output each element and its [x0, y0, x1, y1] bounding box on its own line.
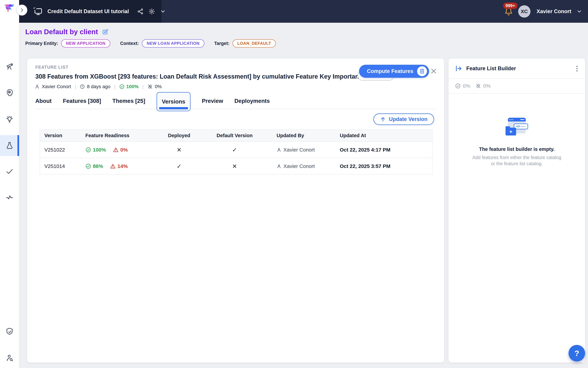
sidebar-item-experiments[interactable]	[0, 135, 19, 156]
chevron-right-icon	[19, 8, 24, 13]
feature-list-tabs: AboutFeatures [308]Themes [25]VersionsPr…	[35, 93, 436, 109]
feature-readiness-cell: 86%14%	[81, 163, 161, 169]
version-table-row[interactable]: V25101486%14%✓✕Xavier ConortOct 22, 2025…	[40, 158, 432, 174]
close-panel-icon[interactable]	[430, 67, 437, 75]
sidebar-collapse-button[interactable]	[16, 5, 27, 16]
updated-by-cell: Xavier Conort	[272, 163, 335, 169]
link-slash-icon	[475, 83, 481, 89]
lightbulb-icon	[5, 115, 14, 123]
tab-deployments[interactable]: Deployments	[234, 93, 270, 109]
tab-features-308[interactable]: Features [308]	[63, 93, 101, 109]
edit-pencil-icon[interactable]	[102, 28, 109, 35]
builder-offline-pct: 0%	[483, 83, 490, 89]
help-button[interactable]: ?	[569, 345, 585, 361]
column-header: Updated By	[272, 133, 335, 138]
monitor-icon	[34, 7, 43, 16]
column-header: Deployed	[161, 133, 197, 138]
version-cell: V251014	[40, 163, 81, 169]
feature-readiness-cell: 100%0%	[81, 147, 161, 153]
tab-preview[interactable]: Preview	[202, 93, 223, 109]
entity-badge-group: Context:NEW LOAN APPLICATION	[120, 39, 204, 47]
sidebar-item-knowledge[interactable]	[0, 82, 19, 103]
panel-eyebrow: FEATURE LIST	[35, 65, 69, 70]
sidebar-item-governance[interactable]	[0, 321, 19, 342]
builder-empty-title: The feature list builder is empty.	[455, 147, 578, 152]
activity-icon	[5, 193, 14, 202]
entity-badge-group: Primary Entity:NEW APPLICATION	[25, 39, 110, 47]
warning-triangle-icon	[113, 147, 119, 153]
column-header: Version	[40, 133, 81, 138]
default-version-cell: ✓	[197, 147, 272, 153]
app-root: Credit Default Dataset UI tutorial 999+ …	[0, 0, 588, 368]
project-switcher[interactable]: Credit Default Dataset UI tutorial	[19, 0, 161, 23]
feature-list-meta: Xavier Conort | 8 days ago | 100% | 0%	[35, 84, 162, 89]
builder-empty-subtitle: Add features from either the feature cat…	[455, 155, 578, 167]
entity-label: Primary Entity:	[25, 41, 58, 46]
arrow-up-icon	[380, 116, 386, 122]
entity-badges-row: Primary Entity:NEW APPLICATIONContext:NE…	[25, 39, 276, 47]
entity-pill[interactable]: NEW APPLICATION	[61, 39, 110, 47]
sidebar-nav	[0, 23, 19, 368]
feature-list-readiness-pct: 100%	[126, 84, 139, 89]
warning-triangle-icon	[110, 163, 116, 169]
project-check-badge-icon	[32, 6, 36, 10]
page-title: Loan Default by client	[25, 28, 98, 36]
column-header: Default Version	[197, 133, 272, 138]
compute-features-button[interactable]: Compute Features	[359, 65, 429, 78]
version-cell: V251022	[40, 147, 81, 153]
telescope-icon	[5, 62, 14, 71]
feature-list-panel: FEATURE LIST 308 Features from XGBoost […	[27, 59, 444, 363]
sidebar-item-user-search[interactable]	[0, 347, 19, 368]
sidebar-item-explore[interactable]	[0, 56, 19, 77]
x-icon: ✕	[232, 163, 237, 170]
person-icon	[276, 164, 281, 169]
shield-check-icon	[5, 327, 14, 335]
builder-empty-state: </>—- + The feature list builder is empt…	[448, 118, 585, 167]
panel-expand-arrow-icon[interactable]	[455, 65, 462, 72]
version-table-row[interactable]: V251022100%0%✕✓Xavier ConortOct 22, 2025…	[40, 142, 432, 158]
app-logo[interactable]	[0, 0, 19, 23]
user-search-icon	[5, 354, 14, 362]
deployed-cell: ✓	[161, 163, 197, 170]
updated-by-cell: Xavier Conort	[272, 147, 335, 153]
circle-check-icon	[455, 83, 461, 89]
person-icon	[35, 84, 40, 89]
notifications-bell-icon[interactable]: 999+	[504, 7, 513, 16]
tab-themes-25[interactable]: Themes [25]	[112, 93, 145, 109]
user-avatar[interactable]: XC	[518, 5, 530, 18]
sidebar-item-monitoring[interactable]	[0, 187, 19, 208]
head-gear-icon	[5, 89, 14, 97]
update-version-button[interactable]: Update Version	[373, 113, 434, 125]
feature-list-title: 308 Features from XGBoost [293 features:…	[35, 73, 383, 80]
check-icon	[5, 167, 14, 175]
project-name: Credit Default Dataset UI tutorial	[47, 8, 129, 15]
versions-table: VersionFeature ReadinessDeployedDefault …	[40, 129, 433, 175]
share-icon[interactable]	[137, 8, 143, 15]
settings-gear-icon[interactable]	[148, 8, 155, 15]
user-name: Xavier Conort	[537, 8, 571, 15]
user-menu-chevron-down-icon[interactable]	[576, 9, 582, 14]
tab-versions[interactable]: Versions	[157, 92, 191, 111]
calculator-icon	[417, 66, 427, 76]
check-icon: ✓	[177, 163, 182, 170]
entity-label: Context:	[120, 41, 139, 46]
flask-icon	[5, 141, 14, 150]
sidebar-item-approvals[interactable]	[0, 161, 19, 182]
deployed-cell: ✕	[161, 147, 197, 153]
feature-list-updated-ago: 8 days ago	[87, 84, 110, 89]
entity-pill[interactable]: NEW LOAN APPLICATION	[142, 39, 204, 47]
link-slash-icon	[147, 84, 153, 89]
tab-about[interactable]: About	[35, 93, 52, 109]
project-chevron-down-icon[interactable]	[160, 9, 166, 14]
feature-list-builder-panel: Feature List Builder 0% 0% </>—- + The f…	[448, 59, 585, 363]
builder-readiness-pct: 0%	[463, 83, 470, 89]
sidebar-item-insights[interactable]	[0, 109, 19, 129]
entity-pill[interactable]: LOAN_DEFAULT	[232, 39, 276, 47]
column-header: Updated At	[335, 133, 432, 138]
versions-table-header: VersionFeature ReadinessDeployedDefault …	[40, 130, 432, 142]
check-icon: ✓	[232, 147, 237, 153]
notifications-count-badge: 999+	[503, 3, 517, 9]
top-bar: Credit Default Dataset UI tutorial 999+ …	[19, 0, 588, 23]
kebab-menu-icon[interactable]	[575, 65, 579, 73]
updated-at-cell: Oct 22, 2025 3:57 PM	[335, 163, 432, 169]
